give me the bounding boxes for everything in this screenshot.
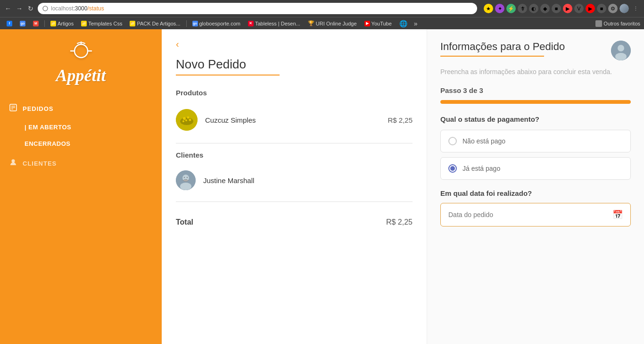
product-image [176, 109, 198, 131]
step-label: Passo 3 de 3 [440, 86, 631, 94]
total-label: Total [176, 218, 193, 227]
user-avatar[interactable] [611, 41, 631, 60]
ext9-icon[interactable]: ■ [597, 4, 606, 13]
bookmark-uri[interactable]: 🏆 URI Online Judge [305, 19, 360, 27]
bookmark-google[interactable]: go [17, 20, 28, 27]
user-avatar-browser[interactable] [619, 4, 629, 13]
ext4-icon[interactable]: ◐ [529, 4, 538, 13]
sidebar-item-em-abertos[interactable]: | EM ABERTOS [25, 119, 162, 135]
forward-button[interactable]: → [15, 4, 24, 13]
produtos-label: Produtos [176, 89, 413, 97]
reload-button[interactable]: ↻ [26, 4, 35, 13]
sidebar-nav: PEDIDOS | EM ABERTOS ENCERRADOS CLIENTES [0, 98, 162, 175]
left-panel: ‹ Novo Pedido Produtos Cuzcuz Sim [162, 29, 427, 344]
progress-bar [440, 100, 631, 104]
bookmark-gmail[interactable]: M [30, 20, 41, 27]
svg-point-21 [187, 177, 188, 178]
ext3-icon[interactable]: 🗡 [518, 4, 527, 13]
payment-option-not-paid[interactable]: Não está pago [440, 130, 631, 152]
bookmark-globo-label: globoesporte.com [199, 21, 240, 26]
svg-point-15 [189, 119, 191, 121]
logo-area: Appétit [56, 39, 106, 84]
divider1 [44, 20, 45, 27]
bookmark-templates[interactable]: 📁 Templates Css [78, 20, 125, 27]
ext7-icon[interactable]: ▶ [563, 4, 572, 13]
clientes-section-label: Clientes [176, 151, 413, 159]
app-container: Appétit PEDIDOS | EM ABERTOS ENCERRADOS [0, 29, 644, 344]
pedidos-icon [9, 104, 17, 113]
bookmark-globo[interactable]: go globoesporte.com [190, 20, 243, 27]
sidebar-item-encerrados[interactable]: ENCERRADOS [25, 135, 162, 152]
address-bar[interactable]: localhost:3000/status [38, 3, 477, 14]
sidebar-item-pedidos[interactable]: PEDIDOS [0, 98, 162, 119]
date-input-wrapper[interactable]: 📅 [440, 203, 631, 227]
back-button[interactable]: ‹ [176, 39, 179, 50]
google-icon: go [20, 21, 25, 26]
radio-not-paid[interactable] [448, 137, 457, 145]
bookmark-tableless[interactable]: ✕ Tableless | Desen... [245, 20, 303, 27]
globo-icon: go [192, 21, 198, 26]
client-avatar [176, 170, 196, 190]
client-row: Justine Marshall [176, 167, 413, 194]
payment-option-paid[interactable]: Já está pago [440, 157, 631, 180]
sidebar-sub-items: | EM ABERTOS ENCERRADOS [0, 119, 162, 152]
svg-point-14 [185, 119, 187, 121]
date-input[interactable] [448, 211, 612, 218]
subtitle-text: Preencha as informações abaixo para conc… [440, 67, 631, 77]
right-title: Informações para o Pedido [440, 41, 565, 53]
product-row: Cuzcuz Simples R$ 2,25 [176, 104, 413, 135]
youtube-toolbar-icon[interactable]: ▶ [586, 4, 595, 13]
pedidos-label: PEDIDOS [23, 105, 54, 112]
yt-icon: ▶ [364, 21, 370, 26]
product-name: Cuzcuz Simples [205, 116, 380, 124]
right-title-underline [440, 56, 544, 57]
outros-favoritos-button[interactable]: Outros favoritos [595, 20, 640, 27]
svg-point-23 [618, 45, 624, 51]
sidebar-item-clientes[interactable]: CLIENTES [0, 152, 162, 175]
bookmark-uri-label: URI Online Judge [316, 21, 357, 26]
svg-point-1 [74, 44, 88, 58]
clientes-icon [9, 159, 17, 168]
title-underline [176, 75, 280, 76]
svg-point-12 [183, 117, 186, 120]
back-button[interactable]: ← [4, 4, 12, 13]
tableless-icon: ✕ [248, 21, 254, 26]
settings-icon[interactable]: ⚙ [608, 4, 618, 13]
bookmark-pack[interactable]: 📁 PACK De Artigos... [127, 20, 183, 27]
bookmark-artigos[interactable]: 📁 Artigos [48, 20, 76, 27]
ext6-icon[interactable]: ■ [552, 4, 561, 13]
ext2-icon[interactable]: ⚡ [506, 4, 516, 13]
divider-clientes [176, 201, 413, 202]
client-name: Justine Marshall [203, 176, 254, 185]
svg-point-19 [180, 183, 191, 190]
main-content: ‹ Novo Pedido Produtos Cuzcuz Sim [162, 29, 644, 344]
bookmark-youtube-label: YouTube [372, 21, 392, 26]
bookmark-globe[interactable]: 🌐 [396, 19, 410, 28]
radio-paid[interactable] [448, 164, 457, 173]
extension-icon[interactable]: ✦ [495, 4, 504, 13]
product-price: R$ 2,25 [388, 116, 413, 124]
progress-bar-fill [440, 100, 631, 104]
star-icon[interactable]: ★ [484, 4, 493, 13]
sidebar: Appétit PEDIDOS | EM ABERTOS ENCERRADOS [0, 29, 162, 344]
bookmark-youtube[interactable]: ▶ YouTube [362, 20, 395, 27]
more-bookmarks-button[interactable]: » [412, 20, 420, 27]
menu-icon[interactable]: ⋮ [631, 4, 640, 13]
bookmark-artigos-label: Artigos [58, 21, 74, 26]
browser-chrome: ← → ↻ localhost:3000/status ★ ✦ ⚡ 🗡 ◐ ◆ … [0, 0, 644, 29]
em-abertos-label: | EM ABERTOS [25, 124, 71, 131]
svg-point-24 [615, 53, 627, 60]
bookmark-templates-label: Templates Css [88, 21, 122, 26]
payment-question: Qual o status de pagamento? [440, 115, 631, 123]
encerrados-label: ENCERRADOS [25, 140, 70, 147]
ext8-icon[interactable]: V [574, 4, 584, 13]
right-title-area: Informações para o Pedido [440, 41, 565, 64]
ext5-icon[interactable]: ◆ [540, 4, 550, 13]
bookmark-facebook[interactable]: f [4, 20, 15, 27]
total-value: R$ 2,25 [386, 218, 413, 227]
browser-nav: ← → ↻ localhost:3000/status ★ ✦ ⚡ 🗡 ◐ ◆ … [0, 0, 644, 17]
page-title: Novo Pedido [176, 57, 413, 72]
divider-produtos [176, 143, 413, 143]
outros-favoritos-label: Outros favoritos [603, 21, 640, 26]
address-host: localhost:3000/status [51, 5, 104, 12]
